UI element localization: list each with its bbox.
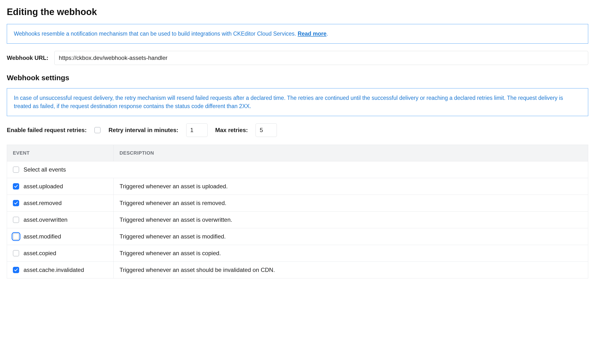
event-checkbox[interactable]	[13, 200, 19, 206]
retry-settings-row: Enable failed request retries: Retry int…	[7, 123, 588, 137]
enable-retries-label: Enable failed request retries:	[7, 127, 87, 134]
info-webhooks-text: Webhooks resemble a notification mechani…	[14, 31, 298, 37]
webhook-url-row: Webhook URL:	[7, 51, 588, 65]
max-retries-input[interactable]	[256, 123, 277, 137]
events-table: EVENT DESCRIPTION Select all events asse…	[7, 145, 588, 278]
event-name: asset.overwritten	[24, 216, 67, 223]
info-webhooks-tail: .	[327, 31, 328, 37]
event-name: asset.removed	[24, 200, 62, 206]
table-row: asset.modifiedTriggered whenever an asse…	[7, 228, 588, 245]
event-name: asset.modified	[24, 233, 61, 240]
info-webhooks: Webhooks resemble a notification mechani…	[7, 24, 588, 44]
read-more-link[interactable]: Read more	[298, 31, 327, 37]
webhook-url-label: Webhook URL:	[7, 55, 48, 61]
max-retries-label: Max retries:	[215, 127, 248, 134]
event-checkbox[interactable]	[13, 183, 19, 190]
table-row: asset.uploadedTriggered whenever an asse…	[7, 178, 588, 195]
event-description: Triggered whenever an asset is copied.	[114, 245, 588, 261]
retry-interval-label: Retry interval in minutes:	[108, 127, 178, 134]
info-retries: In case of unsuccessful request delivery…	[7, 88, 588, 116]
webhook-url-input[interactable]	[54, 51, 588, 65]
event-description: Triggered whenever an asset is removed.	[114, 195, 588, 211]
select-all-checkbox[interactable]	[13, 166, 19, 173]
event-description: Triggered whenever an asset is modified.	[114, 228, 588, 245]
select-all-row: Select all events	[7, 161, 588, 178]
enable-retries-checkbox[interactable]	[94, 127, 101, 133]
table-row: asset.copiedTriggered whenever an asset …	[7, 245, 588, 261]
event-description: Triggered whenever an asset should be in…	[114, 261, 588, 278]
event-description: Triggered whenever an asset is overwritt…	[114, 211, 588, 228]
event-name: asset.uploaded	[24, 183, 63, 190]
table-row: asset.cache.invalidatedTriggered wheneve…	[7, 261, 588, 278]
table-row: asset.overwrittenTriggered whenever an a…	[7, 211, 588, 228]
event-name: asset.copied	[24, 250, 56, 257]
event-checkbox[interactable]	[13, 217, 19, 223]
retry-interval-input[interactable]	[186, 123, 208, 137]
info-retries-text: In case of unsuccessful request delivery…	[14, 95, 563, 110]
col-description: DESCRIPTION	[114, 145, 588, 161]
event-checkbox[interactable]	[13, 267, 19, 273]
event-description: Triggered whenever an asset is uploaded.	[114, 178, 588, 195]
event-checkbox[interactable]	[13, 233, 19, 240]
select-all-label: Select all events	[24, 166, 66, 173]
table-row: asset.removedTriggered whenever an asset…	[7, 195, 588, 211]
page-title: Editing the webhook	[7, 7, 588, 17]
col-event: EVENT	[7, 145, 114, 161]
webhook-settings-heading: Webhook settings	[7, 74, 588, 82]
event-name: asset.cache.invalidated	[24, 267, 84, 273]
event-checkbox[interactable]	[13, 250, 19, 256]
table-header-row: EVENT DESCRIPTION	[7, 145, 588, 161]
